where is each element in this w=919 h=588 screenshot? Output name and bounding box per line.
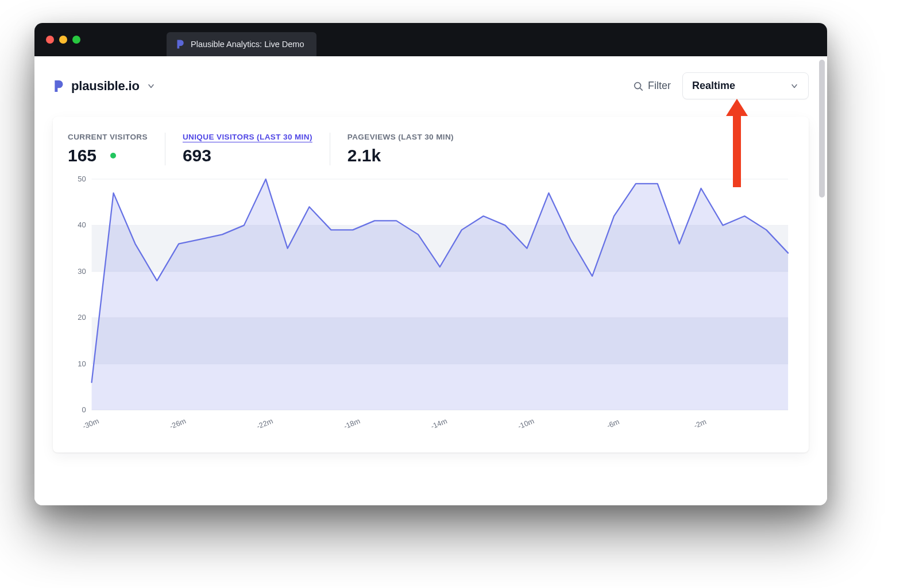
stat-pageviews[interactable]: PAGEVIEWS (LAST 30 MIN) 2.1k [330,133,471,165]
svg-line-1 [640,88,643,90]
svg-text:-22m: -22m [256,416,275,431]
close-window-icon[interactable] [46,36,54,44]
stat-value: 2.1k [347,146,381,165]
svg-text:-14m: -14m [430,416,449,431]
svg-point-0 [635,82,641,88]
plausible-logo-icon [53,79,64,93]
page-header: plausible.io Filter [53,72,809,99]
svg-text:-18m: -18m [342,416,361,431]
site-name: plausible.io [71,79,140,94]
browser-window: Plausible Analytics: Live Demo plausible… [34,23,827,505]
tab-title: Plausible Analytics: Live Demo [191,40,304,49]
live-indicator-icon [110,153,116,158]
svg-text:-10m: -10m [516,416,535,431]
chart-svg: 01020304050-30m-26m-22m-18m-14m-10m-6m-2… [65,175,794,442]
svg-text:0: 0 [82,405,86,414]
stats-card: CURRENT VISITORS 165 UNIQUE VISITORS (LA… [53,117,809,452]
filter-label: Filter [648,80,671,92]
chevron-down-icon [146,82,156,91]
svg-text:30: 30 [78,267,86,276]
stat-value: 165 [68,146,96,165]
svg-text:50: 50 [78,175,86,183]
stat-current-visitors[interactable]: CURRENT VISITORS 165 [68,133,165,165]
stat-value: 693 [183,146,211,165]
stats-row: CURRENT VISITORS 165 UNIQUE VISITORS (LA… [68,133,794,165]
site-switcher[interactable]: plausible.io [53,79,156,94]
stat-label: PAGEVIEWS (LAST 30 MIN) [347,133,454,141]
stat-label: CURRENT VISITORS [68,133,148,141]
titlebar: Plausible Analytics: Live Demo [34,23,827,56]
svg-text:-30m: -30m [81,416,100,431]
svg-text:20: 20 [78,313,86,322]
svg-text:-2m: -2m [693,417,708,430]
svg-text:10: 10 [78,359,86,368]
svg-text:-6m: -6m [605,417,620,430]
maximize-window-icon[interactable] [72,36,80,44]
date-range-picker[interactable]: Realtime [682,72,809,99]
visitors-chart: 01020304050-30m-26m-22m-18m-14m-10m-6m-2… [65,175,794,442]
window-controls [46,36,80,44]
stat-unique-visitors[interactable]: UNIQUE VISITORS (LAST 30 MIN) 693 [165,133,330,165]
svg-text:40: 40 [78,220,86,229]
date-range-label: Realtime [692,80,735,92]
browser-tab[interactable]: Plausible Analytics: Live Demo [167,32,316,56]
page: plausible.io Filter [34,56,827,505]
chevron-down-icon [790,82,799,91]
scrollbar[interactable] [819,60,825,209]
filter-button[interactable]: Filter [631,76,673,95]
scrollbar-thumb[interactable] [819,60,825,198]
plausible-favicon-icon [175,39,185,49]
top-actions: Filter Realtime [631,72,809,99]
search-icon [633,81,643,91]
stat-label: UNIQUE VISITORS (LAST 30 MIN) [183,133,312,141]
minimize-window-icon[interactable] [59,36,67,44]
svg-text:-26m: -26m [168,416,187,431]
